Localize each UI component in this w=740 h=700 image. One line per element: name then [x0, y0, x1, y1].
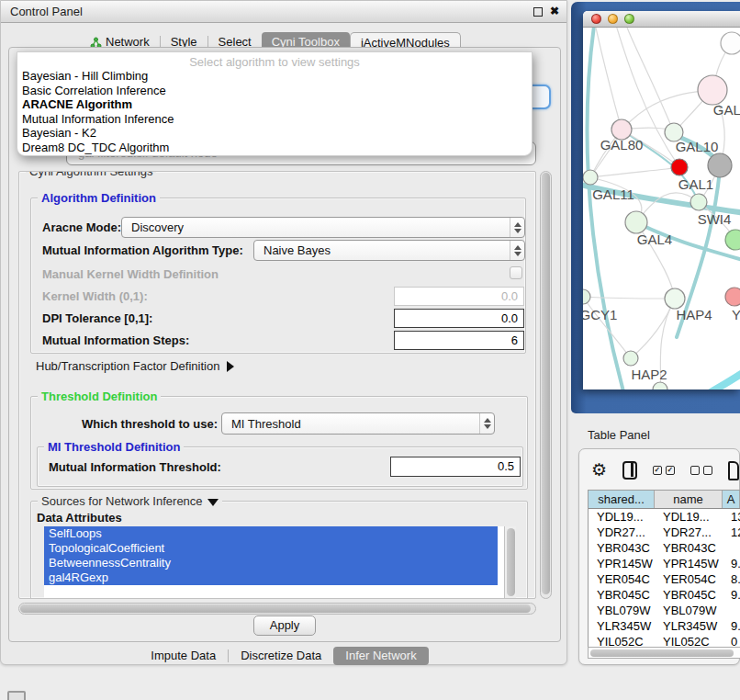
sources-disclosure[interactable]: Sources for Network Inference — [38, 494, 222, 508]
hub-factor-disclosure[interactable]: Hub/Transcription Factor Definition — [36, 359, 234, 373]
column-header[interactable]: shared... — [589, 491, 655, 508]
network-node[interactable] — [671, 159, 688, 175]
network-node[interactable] — [623, 351, 638, 366]
network-window-titlebar[interactable] — [583, 11, 740, 28]
mi-threshold-label: Mutual Information Threshold: — [49, 460, 221, 474]
network-window[interactable]: GAL7GAL80GAL10GAL1GAL11SWI4GAL4GCY1HAP4Y… — [583, 11, 740, 390]
table-header-row: shared...nameA — [589, 491, 740, 509]
scrollbar-thumb[interactable] — [20, 604, 531, 613]
close-icon[interactable]: ✖ — [550, 5, 559, 17]
table-cell: YDL19... — [655, 509, 723, 525]
network-node[interactable] — [583, 289, 590, 304]
mi-steps-input[interactable]: 6 — [394, 331, 524, 350]
network-node[interactable] — [583, 170, 598, 185]
stepper-arrows-icon — [510, 241, 524, 260]
manual-kernel-width-checkbox[interactable] — [510, 266, 522, 279]
apply-button[interactable]: Apply — [253, 615, 316, 636]
mi-algorithm-type-combo[interactable]: Naive Bayes — [253, 240, 525, 261]
zoom-traffic-light-icon[interactable] — [624, 14, 634, 24]
minimize-traffic-light-icon[interactable] — [608, 14, 618, 24]
table-cell: YBR043C — [589, 540, 655, 556]
close-traffic-light-icon[interactable] — [591, 14, 601, 24]
tab-infer-network[interactable]: Infer Network — [333, 647, 428, 665]
node-table: shared...nameA YDL19...YDL19...13YDR27..… — [588, 490, 740, 647]
network-node[interactable] — [725, 288, 740, 306]
algorithm-option[interactable]: Mutual Information Inference — [17, 112, 532, 127]
select-all-icon[interactable]: ✓✓ — [653, 466, 675, 475]
stepper-arrows-icon — [510, 218, 524, 237]
network-node[interactable] — [698, 75, 727, 105]
network-node[interactable] — [690, 194, 707, 210]
network-node[interactable] — [721, 32, 740, 54]
sources-group: Sources for Network Inference Data Attri… — [30, 501, 528, 599]
algorithm-option[interactable]: Bayesian - K2 — [17, 126, 532, 141]
table-cell: 0 — [723, 634, 740, 647]
table-cell: YPR145W — [655, 556, 723, 571]
table-cell: YBL079W — [655, 603, 723, 618]
table-cell — [723, 540, 740, 556]
network-node[interactable] — [653, 382, 667, 390]
network-node[interactable] — [625, 211, 647, 233]
attribute-item[interactable]: TopologicalCoefficient — [44, 541, 498, 556]
attributes-scrollbar[interactable] — [504, 526, 516, 599]
dpi-tolerance-input[interactable]: 0.0 — [394, 309, 524, 328]
algorithm-option[interactable]: Bayesian - Hill Climbing — [17, 69, 532, 84]
disclosure-right-icon — [227, 361, 234, 372]
column-header[interactable]: A — [723, 491, 740, 508]
aracne-mode-combo[interactable]: Discovery — [121, 217, 525, 238]
table-row[interactable]: YDL19...YDL19...13 — [589, 509, 740, 525]
table-row[interactable]: YLR345WYLR345W9. — [589, 618, 740, 634]
table-cell: YBR045C — [589, 587, 655, 603]
table-row[interactable]: YIL052CYIL052C0 — [589, 634, 740, 647]
network-node[interactable] — [725, 230, 740, 250]
table-row[interactable]: YBL079WYBL079W — [589, 603, 740, 618]
data-attributes-list[interactable]: SelfLoopsTopologicalCoefficientBetweenne… — [44, 526, 516, 599]
float-window-icon[interactable] — [533, 7, 543, 17]
attribute-item[interactable]: BetweennessCentrality — [44, 556, 498, 570]
table-row[interactable]: YPR145WYPR145W9. — [589, 556, 740, 571]
attribute-item[interactable]: SelfLoops — [44, 526, 498, 541]
column-header[interactable]: name — [655, 491, 723, 508]
network-node[interactable] — [665, 288, 685, 309]
table-row[interactable]: YBR043CYBR043C — [589, 540, 740, 556]
which-threshold-combo[interactable]: MI Threshold — [221, 412, 495, 435]
network-canvas[interactable]: GAL7GAL80GAL10GAL1GAL11SWI4GAL4GCY1HAP4Y… — [583, 28, 740, 390]
table-panel-window: ⚙ ✓✓ shared...nameA YDL19...YDL19...13YD… — [578, 448, 740, 665]
algorithm-option[interactable]: ARACNE Algorithm — [17, 97, 532, 112]
network-node[interactable] — [708, 153, 732, 177]
scrollbar-thumb[interactable] — [590, 649, 734, 657]
disclosure-down-icon — [207, 499, 219, 506]
kernel-width-input[interactable]: 0.0 — [394, 287, 524, 306]
scrollbar-thumb[interactable] — [507, 528, 515, 596]
table-row[interactable]: YBR045CYBR045C9. — [589, 587, 740, 603]
tab-impute-data[interactable]: Impute Data — [139, 647, 228, 665]
mi-threshold-input[interactable]: 0.5 — [390, 457, 521, 477]
node-label: Y — [732, 307, 740, 322]
network-graph: GAL7GAL80GAL10GAL1GAL11SWI4GAL4GCY1HAP4Y… — [583, 28, 740, 390]
cyni-algorithm-settings-group: Cyni Algorithm Settings Algorithm Defini… — [18, 171, 536, 599]
table-row[interactable]: YDR27...YDR27...12 — [589, 525, 740, 540]
docked-panel-icon[interactable] — [7, 691, 26, 700]
network-edge — [590, 167, 679, 177]
gear-icon[interactable]: ⚙ — [591, 460, 607, 480]
deselect-all-icon[interactable] — [690, 466, 712, 475]
split-columns-icon[interactable] — [622, 461, 637, 480]
manual-kernel-width-label: Manual Kernel Width Definition — [42, 267, 219, 281]
algorithm-option[interactable]: Dream8 DC_TDC Algorithm — [17, 141, 532, 155]
export-table-icon[interactable] — [728, 461, 739, 480]
table-row[interactable]: YER054CYER054C8. — [589, 571, 740, 587]
table-horizontal-scrollbar[interactable] — [588, 647, 740, 659]
algorithm-option[interactable]: Basic Correlation Inference — [17, 84, 532, 98]
scrollbar-thumb[interactable] — [542, 173, 550, 594]
table-cell — [723, 603, 740, 618]
settings-vertical-scrollbar[interactable] — [540, 171, 552, 599]
network-view-panel: GAL7GAL80GAL10GAL1GAL11SWI4GAL4GCY1HAP4Y… — [571, 2, 740, 413]
table-cell: YIL052C — [589, 634, 655, 647]
node-label: GAL7 — [713, 102, 740, 118]
attribute-item[interactable]: gal4RGexp — [44, 570, 498, 585]
algorithm-dropdown-popup: Select algorithm to view settings Bayesi… — [17, 51, 533, 156]
dpi-tolerance-label: DPI Tolerance [0,1]: — [42, 311, 152, 325]
tab-discretize-data[interactable]: Discretize Data — [229, 647, 333, 665]
settings-horizontal-scrollbar[interactable] — [18, 603, 536, 615]
algorithm-placeholder: Select algorithm to view settings — [17, 52, 532, 69]
